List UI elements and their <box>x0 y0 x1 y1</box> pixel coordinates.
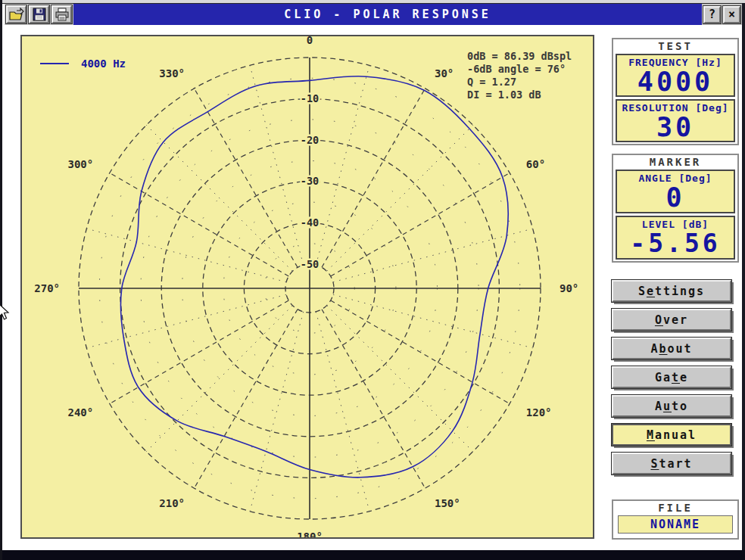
print-button[interactable] <box>51 5 72 23</box>
chart-annotations: 0dB = 86.39 dBspl-6dB angle = 76°Q = 1.2… <box>467 50 572 101</box>
file-name-value: NONAME <box>618 515 733 534</box>
svg-text:60°: 60° <box>526 158 545 170</box>
svg-text:180°: 180° <box>297 530 323 537</box>
svg-text:-6dB angle = 76°: -6dB angle = 76° <box>467 63 566 75</box>
svg-text:300°: 300° <box>67 158 93 170</box>
svg-text:330°: 330° <box>159 67 185 79</box>
svg-text:0dB = 86.39 dBspl: 0dB = 86.39 dBspl <box>467 50 572 62</box>
save-floppy-icon <box>33 8 46 21</box>
polar-grid <box>79 58 541 519</box>
over-button[interactable]: Over <box>612 309 731 331</box>
svg-text:Q = 1.27: Q = 1.27 <box>467 76 516 88</box>
resolution-display: RESOLUTION [Deg] 30 <box>616 99 735 142</box>
svg-text:-20: -20 <box>301 134 319 146</box>
button-stack: SettingsOverAboutGateAutoManualStart <box>612 280 731 481</box>
svg-text:-10: -10 <box>301 92 319 104</box>
test-group-title: TEST <box>613 39 737 52</box>
svg-text:30°: 30° <box>435 67 454 79</box>
chart-legend: 4000 Hz <box>40 58 126 70</box>
marker-group-title: MARKER <box>613 155 737 168</box>
start-button[interactable]: Start <box>612 453 731 474</box>
settings-button[interactable]: Settings <box>612 280 731 302</box>
polar-chart-panel[interactable]: -10-20-30-40-50030°60°90°120°150°180°210… <box>20 35 594 539</box>
gate-button[interactable]: Gate <box>612 366 731 388</box>
frequency-display: FREQUENCY [Hz] 4000 <box>616 54 735 97</box>
window-bottom-edge <box>2 550 745 560</box>
frequency-value: 4000 <box>617 68 734 98</box>
help-button[interactable]: ? <box>703 6 721 23</box>
mouse-cursor <box>0 303 10 324</box>
file-group: FILE NONAME <box>612 499 739 540</box>
svg-text:0: 0 <box>307 36 313 46</box>
save-file-button[interactable] <box>29 5 49 23</box>
window-title: CLIO - POLAR RESPONSE <box>73 4 702 25</box>
marker-angle-display: ANGLE [Deg] 0 <box>616 170 735 213</box>
svg-text:210°: 210° <box>159 497 185 509</box>
window-right-edge <box>742 3 745 550</box>
clio-window: CLIO - POLAR RESPONSE ? × -10-20-30-40-5… <box>0 0 745 560</box>
legend-label: 4000 Hz <box>81 58 126 70</box>
svg-text:-50: -50 <box>301 258 319 270</box>
open-folder-icon <box>8 8 24 21</box>
marker-group: MARKER ANGLE [Deg] 0 LEVEL [dB] -5.56 <box>612 154 739 263</box>
svg-text:120°: 120° <box>526 406 552 418</box>
printer-icon <box>55 8 70 21</box>
svg-text:-30: -30 <box>301 175 319 187</box>
window-controls: ? × <box>702 4 742 25</box>
marker-level-display: LEVEL [dB] -5.56 <box>616 216 735 260</box>
test-group: TEST FREQUENCY [Hz] 4000 RESOLUTION [Deg… <box>612 38 739 145</box>
close-button[interactable]: × <box>723 6 740 23</box>
toolbar <box>5 4 73 25</box>
svg-text:240°: 240° <box>67 406 93 418</box>
auto-button[interactable]: Auto <box>612 395 731 417</box>
svg-text:270°: 270° <box>34 282 60 294</box>
svg-text:DI = 1.03 dB: DI = 1.03 dB <box>467 89 541 101</box>
svg-text:90°: 90° <box>560 282 578 294</box>
marker-level-value: -5.56 <box>617 230 734 258</box>
svg-text:-40: -40 <box>301 216 319 229</box>
marker-angle-value: 0 <box>617 184 734 213</box>
open-file-button[interactable] <box>6 5 26 23</box>
polar-chart[interactable]: -10-20-30-40-50030°60°90°120°150°180°210… <box>22 36 593 537</box>
resolution-value: 30 <box>617 114 734 143</box>
about-button[interactable]: About <box>612 338 731 359</box>
file-group-title: FILE <box>613 501 737 514</box>
manual-button[interactable]: Manual <box>612 424 731 446</box>
angle-labels: 030°60°90°120°150°180°210°240°270°300°33… <box>34 36 578 537</box>
title-bar: CLIO - POLAR RESPONSE ? × <box>5 4 742 25</box>
svg-text:150°: 150° <box>435 497 460 509</box>
